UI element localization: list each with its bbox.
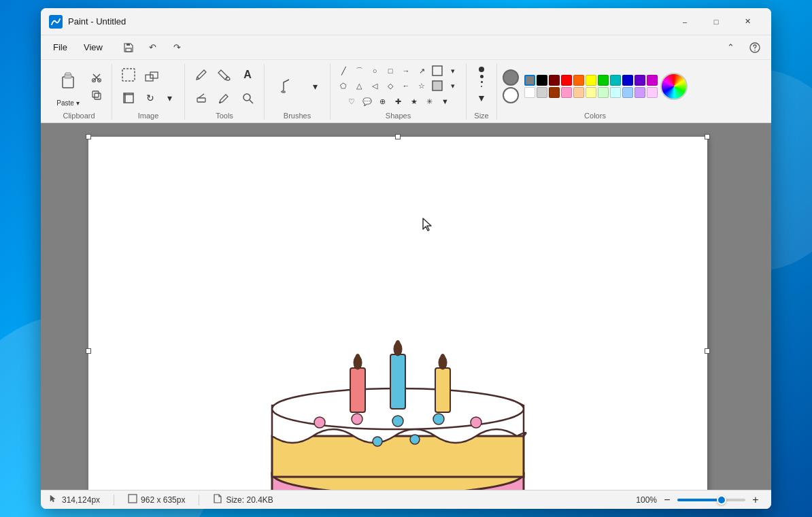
zoom-in-button[interactable]: + bbox=[748, 493, 763, 507]
color-peach[interactable] bbox=[573, 87, 584, 98]
shape-arrow-diag[interactable]: ↗ bbox=[414, 64, 429, 78]
color-magenta[interactable] bbox=[647, 75, 658, 86]
color-lightpink[interactable] bbox=[647, 87, 658, 98]
help-button[interactable] bbox=[744, 38, 766, 57]
shape-rtriangle[interactable]: ◁ bbox=[367, 79, 382, 93]
shape-arrow4[interactable]: ⊕ bbox=[375, 95, 390, 108]
cursor-position: 314,124px bbox=[49, 494, 100, 505]
color-green[interactable] bbox=[598, 75, 609, 86]
color-lavender[interactable] bbox=[635, 87, 645, 98]
color-red[interactable] bbox=[561, 75, 572, 86]
size-label: Size bbox=[474, 112, 488, 120]
zoom-tool[interactable] bbox=[237, 87, 258, 109]
shape-triangle[interactable]: △ bbox=[352, 79, 367, 93]
maximize-button[interactable]: □ bbox=[700, 11, 732, 33]
color-white[interactable] bbox=[524, 87, 535, 98]
size-group: ▼ Size bbox=[467, 64, 497, 120]
shape-rect[interactable]: □ bbox=[383, 64, 398, 78]
zoom-thumb[interactable] bbox=[717, 495, 726, 505]
zoom-out-button[interactable]: − bbox=[660, 493, 675, 507]
rotate-dropdown[interactable]: ▾ bbox=[160, 90, 179, 106]
shape-arrow-right[interactable]: → bbox=[399, 64, 413, 78]
resize-button[interactable] bbox=[141, 67, 163, 88]
crop-button[interactable] bbox=[118, 87, 139, 109]
save-button[interactable] bbox=[118, 38, 139, 57]
shape-star5[interactable]: ★ bbox=[407, 95, 422, 108]
color-lightgreen[interactable] bbox=[598, 87, 609, 98]
brush-tool[interactable] bbox=[270, 70, 303, 103]
fill-dropdown[interactable]: ▾ bbox=[445, 79, 460, 93]
color-picker-tool[interactable] bbox=[214, 87, 235, 109]
outline-dropdown[interactable]: ▾ bbox=[445, 64, 460, 78]
color-black[interactable] bbox=[537, 75, 547, 86]
shapes-group: ╱ ⌒ ○ □ → ↗ ▾ ⬠ △ ◁ ◇ ← bbox=[331, 64, 467, 120]
eraser-tool[interactable] bbox=[190, 87, 212, 109]
collapse-ribbon-button[interactable]: ⌃ bbox=[720, 38, 741, 57]
shape-callout[interactable]: 💬 bbox=[360, 95, 375, 108]
handle-tc[interactable] bbox=[395, 134, 401, 139]
secondary-color[interactable] bbox=[503, 87, 519, 103]
handle-tl[interactable] bbox=[86, 134, 91, 139]
color-lightcyan[interactable] bbox=[610, 87, 621, 98]
image-group: ↻ ▾ Image bbox=[112, 64, 185, 120]
outline-btn[interactable] bbox=[430, 64, 445, 78]
primary-color[interactable] bbox=[503, 69, 519, 86]
color-pink[interactable] bbox=[561, 87, 572, 98]
cut-button[interactable] bbox=[87, 69, 106, 86]
handle-mr[interactable] bbox=[705, 348, 710, 354]
color-teal[interactable] bbox=[610, 75, 621, 86]
color-brown[interactable] bbox=[549, 87, 560, 98]
color-wheel[interactable] bbox=[660, 73, 688, 100]
copy-button[interactable] bbox=[87, 87, 106, 103]
redo-button[interactable]: ↷ bbox=[167, 38, 188, 57]
color-lightgray[interactable] bbox=[537, 87, 547, 98]
shape-scroll-down[interactable]: ▼ bbox=[438, 95, 453, 108]
color-darkred[interactable] bbox=[549, 75, 560, 86]
paste-dropdown[interactable]: Paste ▾ bbox=[56, 98, 80, 109]
color-blue[interactable] bbox=[622, 75, 633, 86]
svg-point-19 bbox=[219, 101, 221, 103]
color-gray[interactable] bbox=[524, 75, 535, 86]
shape-line[interactable]: ╱ bbox=[336, 64, 351, 78]
zoom-slider[interactable] bbox=[677, 499, 745, 501]
shape-heart[interactable]: ♡ bbox=[344, 95, 359, 108]
undo-button[interactable]: ↶ bbox=[142, 38, 164, 57]
svg-rect-28 bbox=[272, 436, 524, 477]
select-all-button[interactable] bbox=[118, 64, 139, 86]
handle-ml[interactable] bbox=[86, 348, 91, 354]
zoom-controls: 100% − + bbox=[636, 493, 763, 507]
fill-btn[interactable] bbox=[430, 79, 445, 93]
color-lightblue[interactable] bbox=[622, 87, 633, 98]
color-yellow[interactable] bbox=[586, 75, 596, 86]
rotate-button[interactable]: ↻ bbox=[141, 90, 160, 106]
color-lightyellow[interactable] bbox=[586, 87, 596, 98]
svg-rect-31 bbox=[390, 354, 405, 409]
size-dropdown[interactable]: ▼ bbox=[472, 90, 491, 106]
colors-group: Colors bbox=[497, 64, 693, 120]
shape-oval[interactable]: ○ bbox=[367, 64, 382, 78]
svg-point-45 bbox=[373, 437, 382, 446]
fill-tool[interactable] bbox=[214, 64, 235, 86]
brush-dropdown[interactable]: ▾ bbox=[305, 78, 324, 95]
shape-diamond[interactable]: ◇ bbox=[383, 79, 398, 93]
pencil-tool[interactable] bbox=[190, 64, 212, 86]
minimize-button[interactable]: – bbox=[669, 11, 700, 33]
shape-curve[interactable]: ⌒ bbox=[352, 64, 367, 78]
shape-cross[interactable]: ✚ bbox=[391, 95, 406, 108]
shape-arrow-left[interactable]: ← bbox=[399, 79, 413, 93]
file-menu[interactable]: File bbox=[46, 39, 74, 55]
color-purple[interactable] bbox=[635, 75, 645, 86]
handle-tr[interactable] bbox=[705, 134, 710, 139]
shape-burst[interactable]: ✳ bbox=[422, 95, 437, 108]
view-menu[interactable]: View bbox=[77, 39, 109, 55]
paste-button[interactable] bbox=[52, 65, 84, 97]
shape-pentagon[interactable]: ⬠ bbox=[336, 79, 351, 93]
title-bar: Paint - Untitled – □ ✕ bbox=[41, 8, 771, 35]
size-xs bbox=[480, 75, 484, 78]
canvas-size: 962 x 635px bbox=[141, 495, 185, 505]
color-orange[interactable] bbox=[573, 75, 584, 86]
canvas-area[interactable] bbox=[41, 123, 771, 490]
shape-star[interactable]: ☆ bbox=[414, 79, 429, 93]
close-button[interactable]: ✕ bbox=[732, 11, 763, 33]
text-tool[interactable]: A bbox=[237, 64, 258, 86]
